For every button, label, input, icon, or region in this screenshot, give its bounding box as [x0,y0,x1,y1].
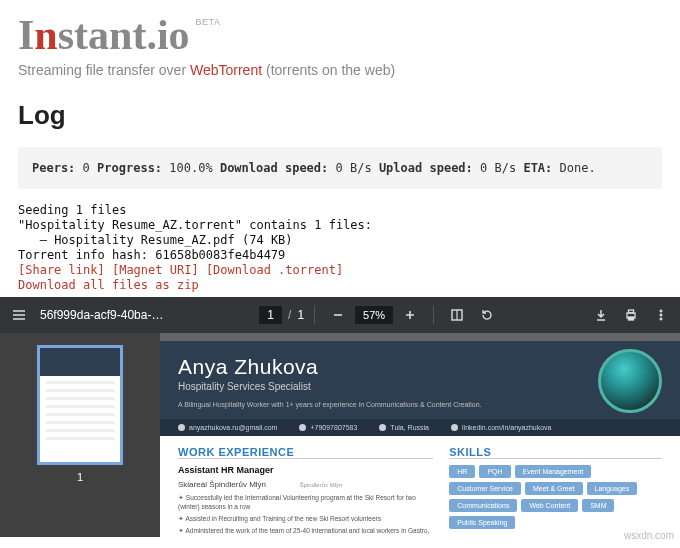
phone-icon [299,424,306,431]
thumbnail-pane: 1 [0,333,160,537]
logo: Instant.io BETA [18,14,662,56]
fit-page-button[interactable] [444,302,470,328]
svg-point-5 [660,314,662,316]
logo-text-accent: n [34,12,57,58]
thumbnail-number: 1 [77,471,83,483]
location-icon [379,424,386,431]
linkedin-icon [451,424,458,431]
avatar [598,349,662,413]
page-indicator: 1 / 1 [259,306,304,324]
page-total: 1 [297,308,304,322]
watermark: wsxdn.com [624,530,674,537]
zoom-level[interactable]: 57% [355,306,393,324]
sidebar-toggle-button[interactable] [6,302,32,328]
pdf-viewer: 56f999da-acf9-40ba-… 1 / 1 57% [0,297,680,537]
log-feed: Seeding 1 files "Hospitality Resume_AZ.t… [18,203,662,293]
work-heading: WORK EXPERIENCE [178,446,433,459]
zoom-in-button[interactable] [397,302,423,328]
contact-bar: anyazhukova.ru@gmail.com +79097807583 Tu… [160,419,680,436]
mail-icon [178,424,185,431]
skills-heading: SKILLS [449,446,662,459]
logo-text-post: stant.io [58,12,190,58]
zoom-out-button[interactable] [325,302,351,328]
progress-value: 100.0% [169,161,212,175]
resume-bio: A Bilingual Hospitality Worker with 1+ y… [178,400,482,409]
download-zip-link[interactable]: Download all files as zip [18,278,199,292]
resume-name: Anya Zhukova [178,355,482,379]
pdf-content-pane[interactable]: Anya Zhukova Hospitality Services Specia… [160,333,680,537]
tagline: Streaming file transfer over WebTorrent … [18,62,662,78]
page-thumbnail[interactable] [37,345,123,465]
svg-rect-2 [629,310,634,313]
log-heading: Log [18,100,662,131]
rotate-button[interactable] [474,302,500,328]
svg-point-4 [660,310,662,312]
resume-role: Hospitality Services Specialist [178,381,482,392]
upload-speed-value: 0 B/s [480,161,516,175]
stats-bar: Peers: 0 Progress: 100.0% Download speed… [18,147,662,189]
logo-text-pre: I [18,12,34,58]
pdf-filename: 56f999da-acf9-40ba-… [40,308,163,322]
download-button[interactable] [588,302,614,328]
print-button[interactable] [618,302,644,328]
webtorrent-link[interactable]: WebTorrent [190,62,262,78]
eta-value: Done. [560,161,596,175]
more-button[interactable] [648,302,674,328]
skill-tags: HR PQH Event Management Customer Service… [449,465,662,529]
share-link[interactable]: [Share link] [18,263,105,277]
beta-badge: BETA [196,17,221,27]
peers-value: 0 [83,161,90,175]
download-torrent-link[interactable]: [Download .torrent] [206,263,343,277]
pdf-toolbar: 56f999da-acf9-40ba-… 1 / 1 57% [0,297,680,333]
svg-rect-3 [629,317,634,320]
resume-document: Anya Zhukova Hospitality Services Specia… [160,341,680,537]
magnet-link[interactable]: [Magnet URI] [112,263,199,277]
svg-point-6 [660,318,662,320]
download-speed-value: 0 B/s [336,161,372,175]
page-current[interactable]: 1 [259,306,282,324]
